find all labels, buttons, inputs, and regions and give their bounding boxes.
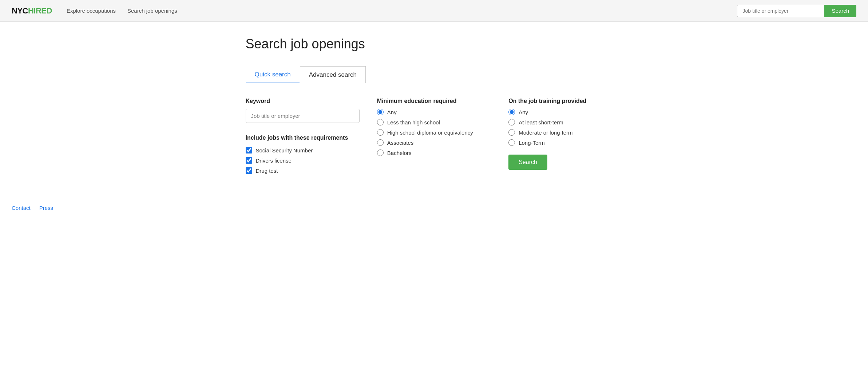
nav-search-button[interactable]: Search [824,5,856,17]
radio-education-bachelors[interactable]: Bachelors [377,149,491,156]
radio-education-hs-input[interactable] [377,129,384,136]
footer: Contact Press [0,196,868,220]
radio-education-associates-input[interactable] [377,139,384,146]
tab-advanced-search[interactable]: Advanced search [300,66,366,83]
checkbox-ssn-label: Social Security Number [256,147,313,153]
education-label: Minimum education required [377,98,491,104]
radio-training-any-input[interactable] [508,109,515,115]
page-title: Search job openings [246,36,623,52]
radio-training-long-input[interactable] [508,139,515,146]
radio-education-associates-label: Associates [387,140,414,146]
footer-link-press[interactable]: Press [39,205,53,211]
nav-link-search-jobs[interactable]: Search job openings [127,8,177,14]
radio-training-long-label: Long-Term [519,140,545,146]
checkbox-ssn-input[interactable] [246,147,252,153]
logo-hired: HIRED [28,6,52,15]
training-radios: Any At least short-term Moderate or long… [508,109,622,146]
radio-education-less-hs-input[interactable] [377,119,384,125]
radio-education-hs-label: High school diploma or equivalency [387,129,473,136]
logo-nyc: NYC [12,6,28,15]
form-grid: Keyword Include jobs with these requirem… [246,98,623,174]
navbar: NYCHIRED Explore occupations Search job … [0,0,868,22]
search-button[interactable]: Search [508,155,547,170]
nav-links: Explore occupations Search job openings [67,8,737,14]
column-keyword: Keyword Include jobs with these requirem… [246,98,360,174]
requirements-checkboxes: Social Security Number Drivers license D… [246,147,360,174]
radio-education-less-hs-label: Less than high school [387,119,440,125]
requirements-label: Include jobs with these requirements [246,135,360,141]
column-education: Minimum education required Any Less than… [377,98,491,174]
radio-education-associates[interactable]: Associates [377,139,491,146]
keyword-input[interactable] [246,109,360,123]
training-label: On the job training provided [508,98,622,104]
radio-training-moderate[interactable]: Moderate or long-term [508,129,622,136]
column-training: On the job training provided Any At leas… [508,98,622,174]
radio-training-any[interactable]: Any [508,109,622,115]
tab-quick-search[interactable]: Quick search [246,66,300,83]
radio-training-long-term[interactable]: Long-Term [508,139,622,146]
tabs: Quick search Advanced search [246,66,623,83]
keyword-label: Keyword [246,98,360,104]
nav-link-explore[interactable]: Explore occupations [67,8,116,14]
checkbox-drivers-license[interactable]: Drivers license [246,157,360,164]
nav-search-input[interactable] [737,5,824,17]
radio-education-less-hs[interactable]: Less than high school [377,119,491,125]
main-content: Search job openings Quick search Advance… [234,22,634,196]
radio-education-any[interactable]: Any [377,109,491,115]
nav-search-area: Search [737,5,856,17]
radio-education-hs-diploma[interactable]: High school diploma or equivalency [377,129,491,136]
logo: NYCHIRED [12,6,52,16]
radio-training-short-input[interactable] [508,119,515,125]
checkbox-drug-label: Drug test [256,168,278,174]
radio-training-short-term[interactable]: At least short-term [508,119,622,125]
radio-training-any-label: Any [519,109,528,115]
radio-education-bachelors-input[interactable] [377,149,384,156]
checkbox-drivers-label: Drivers license [256,157,292,164]
radio-training-moderate-input[interactable] [508,129,515,136]
footer-link-contact[interactable]: Contact [12,205,31,211]
radio-education-bachelors-label: Bachelors [387,150,412,156]
radio-education-any-input[interactable] [377,109,384,115]
radio-training-moderate-label: Moderate or long-term [519,129,572,136]
education-radios: Any Less than high school High school di… [377,109,491,156]
radio-education-any-label: Any [387,109,397,115]
checkbox-drug-test[interactable]: Drug test [246,167,360,174]
checkbox-drivers-input[interactable] [246,157,252,164]
checkbox-drug-input[interactable] [246,167,252,174]
checkbox-ssn[interactable]: Social Security Number [246,147,360,153]
radio-training-short-label: At least short-term [519,119,563,125]
